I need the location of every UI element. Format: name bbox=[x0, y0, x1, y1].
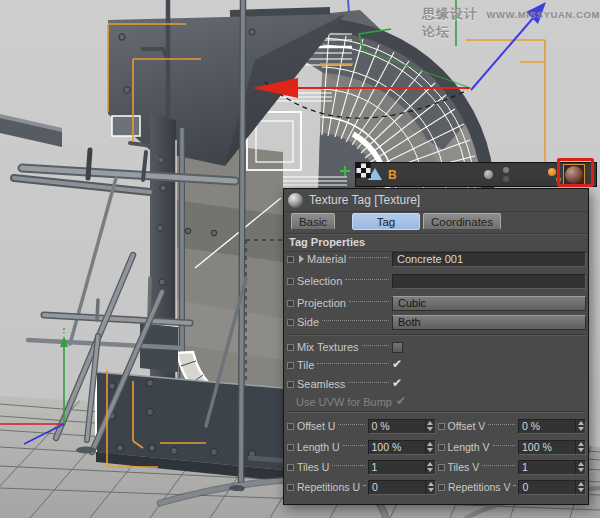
keyframe-dot[interactable] bbox=[287, 278, 294, 285]
dotted-leader bbox=[362, 345, 389, 346]
tile-row: Tile bbox=[287, 357, 586, 373]
side-label: Side bbox=[297, 316, 319, 328]
keyframe-dot[interactable] bbox=[287, 362, 294, 369]
dotted-leader bbox=[317, 363, 389, 364]
dotted-leader bbox=[349, 257, 389, 258]
mix-textures-row: Mix Textures bbox=[287, 339, 586, 355]
dotted-leader bbox=[348, 382, 389, 383]
render-visibility-dot-icon[interactable] bbox=[503, 176, 509, 182]
panel-title: Texture Tag [Texture] bbox=[309, 193, 420, 207]
annotation-highlight-box bbox=[557, 158, 594, 187]
phong-tag-icon[interactable] bbox=[548, 168, 556, 176]
use-uvw-row: Use UVW for Bump bbox=[287, 394, 586, 410]
projection-row: Projection Cubic bbox=[287, 295, 586, 311]
offset-v-field[interactable]: 0 % bbox=[518, 419, 586, 434]
seamless-label: Seamless bbox=[297, 378, 345, 390]
tiles-u-field[interactable]: 1 bbox=[368, 460, 436, 475]
material-row: Material Concrete 001 bbox=[287, 251, 586, 267]
keyframe-dot[interactable] bbox=[287, 344, 294, 351]
dotted-leader bbox=[345, 279, 389, 280]
projection-dropdown[interactable]: Cubic bbox=[392, 296, 586, 311]
spinner-stepper[interactable] bbox=[575, 441, 585, 454]
dotted-leader bbox=[363, 485, 365, 486]
keyframe-dot[interactable] bbox=[287, 444, 294, 451]
keyframe-dot[interactable] bbox=[287, 319, 294, 326]
seamless-row: Seamless bbox=[287, 376, 586, 392]
dotted-leader bbox=[332, 465, 364, 466]
texture-tag-panel: Texture Tag [Texture] Basic Tag Coordina… bbox=[283, 188, 589, 505]
watermark-site-url: WWW.MISSYUAN.COM bbox=[486, 9, 600, 20]
keyframe-dot[interactable] bbox=[438, 444, 445, 451]
length-row: Length U 100 % Length V 100 % bbox=[287, 439, 586, 455]
watermark-site-name: 思缘设计论坛 bbox=[422, 5, 479, 41]
texture-tag-sphere-icon bbox=[288, 193, 303, 208]
tab-coordinates[interactable]: Coordinates bbox=[423, 213, 501, 230]
section-header-tag-properties: Tag Properties bbox=[284, 233, 588, 252]
mix-textures-checkbox[interactable] bbox=[392, 342, 403, 353]
object-name-label[interactable]: B bbox=[388, 168, 397, 182]
tile-label: Tile bbox=[297, 359, 314, 371]
repetitions-row: Repetitions U 0 Repetitions V 0 bbox=[287, 479, 586, 495]
watermark: 思缘设计论坛 WWW.MISSYUAN.COM bbox=[422, 5, 600, 41]
mix-textures-label: Mix Textures bbox=[297, 341, 359, 353]
dotted-leader bbox=[513, 485, 515, 486]
keyframe-dot[interactable] bbox=[438, 464, 445, 471]
tiles-row: Tiles U 1 Tiles V 1 bbox=[287, 459, 586, 475]
cinema4d-viewport-window: 思缘设计论坛 WWW.MISSYUAN.COM B Texture Tag [T… bbox=[0, 0, 600, 518]
divider bbox=[286, 334, 586, 335]
spinner-stepper[interactable] bbox=[425, 461, 435, 474]
keyframe-dot[interactable] bbox=[287, 300, 294, 307]
offset-v-label: Offset V bbox=[448, 420, 486, 432]
seamless-checkbox[interactable] bbox=[392, 379, 403, 390]
offset-u-label: Offset U bbox=[297, 420, 335, 432]
side-row: Side Both bbox=[287, 314, 586, 330]
offset-row: Offset U 0 % Offset V 0 % bbox=[287, 418, 586, 434]
repetitions-v-field[interactable]: 0 bbox=[518, 480, 586, 495]
spinner-stepper[interactable] bbox=[425, 441, 435, 454]
use-uvw-label: Use UVW for Bump bbox=[296, 396, 392, 408]
material-field[interactable]: Concrete 001 bbox=[392, 252, 586, 267]
repetitions-v-label: Repetitions V bbox=[448, 481, 510, 493]
keyframe-dot[interactable] bbox=[287, 381, 294, 388]
repetitions-u-field[interactable]: 0 bbox=[368, 480, 436, 495]
keyframe-dot[interactable] bbox=[287, 423, 294, 430]
keyframe-dot[interactable] bbox=[287, 464, 294, 471]
tab-basic[interactable]: Basic bbox=[291, 213, 335, 230]
keyframe-dot[interactable] bbox=[287, 484, 294, 491]
length-v-field[interactable]: 100 % bbox=[518, 440, 586, 455]
tiles-v-label: Tiles V bbox=[448, 461, 480, 473]
selection-row: Selection bbox=[287, 273, 586, 289]
panel-tabs: Basic Tag Coordinates bbox=[284, 212, 588, 232]
tiles-u-label: Tiles U bbox=[297, 461, 329, 473]
dotted-leader bbox=[343, 445, 365, 446]
tile-checkbox[interactable] bbox=[392, 360, 403, 371]
keyframe-dot[interactable] bbox=[438, 423, 445, 430]
spinner-stepper[interactable] bbox=[575, 420, 585, 433]
tab-tag[interactable]: Tag bbox=[352, 213, 420, 230]
tiles-v-field[interactable]: 1 bbox=[518, 460, 586, 475]
dotted-leader bbox=[493, 445, 515, 446]
editor-visibility-dot-icon[interactable] bbox=[503, 167, 509, 173]
divider bbox=[286, 411, 586, 412]
keyframe-dot[interactable] bbox=[438, 484, 445, 491]
length-v-label: Length V bbox=[448, 441, 490, 453]
dotted-leader bbox=[322, 320, 389, 321]
spinner-stepper[interactable] bbox=[425, 420, 435, 433]
checkerboard-tag-icon[interactable] bbox=[356, 163, 371, 178]
material-label: Material bbox=[307, 253, 346, 265]
panel-titlebar[interactable]: Texture Tag [Texture] bbox=[284, 189, 588, 212]
spinner-stepper[interactable] bbox=[575, 481, 585, 494]
expand-arrow-icon[interactable] bbox=[299, 255, 304, 263]
selection-field[interactable] bbox=[392, 274, 586, 289]
selection-label: Selection bbox=[297, 275, 342, 287]
dotted-leader bbox=[482, 465, 515, 466]
spinner-stepper[interactable] bbox=[425, 481, 435, 494]
keyframe-dot[interactable] bbox=[287, 256, 294, 263]
visibility-dot-icon[interactable] bbox=[484, 170, 493, 179]
dotted-leader bbox=[338, 424, 364, 425]
spinner-stepper[interactable] bbox=[575, 461, 585, 474]
offset-u-field[interactable]: 0 % bbox=[368, 419, 436, 434]
length-u-field[interactable]: 100 % bbox=[368, 440, 436, 455]
side-dropdown[interactable]: Both bbox=[392, 315, 586, 330]
projection-label: Projection bbox=[297, 297, 346, 309]
